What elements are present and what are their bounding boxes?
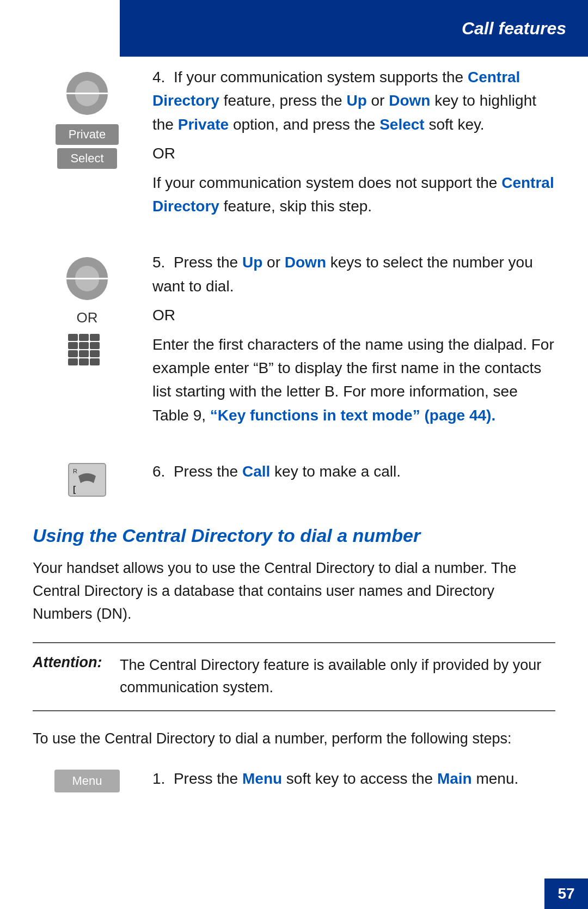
section-heading: Using the Central Directory to dial a nu…: [33, 525, 555, 546]
link-down-2: Down: [285, 254, 326, 271]
main-content: Private Select 4. If your communication …: [33, 65, 555, 876]
step-number-4: 4.: [152, 69, 165, 86]
step-4-text: 4. If your communication system supports…: [142, 65, 555, 223]
link-call: Call: [242, 463, 270, 480]
link-select: Select: [379, 116, 425, 133]
page-number: 57: [544, 879, 588, 909]
step-number-menu: 1.: [152, 770, 165, 787]
link-down-1: Down: [389, 92, 430, 109]
nav-icons: [65, 68, 109, 119]
link-menu: Menu: [242, 770, 282, 787]
step-5-icons-group: OR: [65, 253, 109, 367]
step-4-icon: Private Select: [33, 68, 142, 169]
step-number-6: 6.: [152, 463, 165, 480]
attention-box: Attention: The Central Directory feature…: [33, 642, 555, 712]
link-central-directory-2: Central Directory: [152, 174, 554, 215]
or-label-icon: OR: [77, 309, 98, 326]
link-key-functions: “Key functions in text mode” (page 44).: [210, 407, 495, 424]
link-central-directory-1: Central Directory: [152, 69, 520, 109]
header-bar: Call features: [120, 0, 588, 57]
or-text-2: OR: [152, 303, 555, 327]
down-nav-key-icon: [65, 94, 109, 119]
up-nav-key-icon-2: [65, 253, 109, 278]
step-5-text: 5. Press the Up or Down keys to select t…: [142, 251, 555, 432]
dialpad-icon: [68, 334, 106, 367]
page-title: Call features: [462, 19, 566, 39]
attention-label: Attention:: [33, 654, 120, 671]
step-number-5: 5.: [152, 254, 165, 271]
step-6-icon: R [: [33, 462, 142, 498]
menu-step-row: Menu 1. Press the Menu soft key to acces…: [33, 767, 555, 796]
link-main: Main: [437, 770, 472, 787]
svg-text:[: [: [73, 485, 76, 494]
private-key-label: Private: [56, 124, 119, 145]
menu-step-icon: Menu: [33, 770, 142, 792]
step-4-row: Private Select 4. If your communication …: [33, 65, 555, 223]
step-6-row: R [ 6. Press the Call key to make a call…: [33, 460, 555, 498]
menu-key-label: Menu: [54, 770, 120, 792]
link-up-2: Up: [242, 254, 262, 271]
section-intro: Your handset allows you to use the Centr…: [33, 557, 555, 626]
select-key-label: Select: [57, 148, 117, 169]
up-nav-key-icon: [65, 68, 109, 93]
link-private: Private: [178, 116, 229, 133]
svg-text:R: R: [73, 468, 77, 474]
step-6-text: 6. Press the Call key to make a call.: [142, 460, 555, 489]
menu-step-text: 1. Press the Menu soft key to access the…: [142, 767, 555, 796]
or-text-1: OR: [152, 142, 555, 165]
attention-text: The Central Directory feature is availab…: [120, 654, 555, 700]
step-5-row: OR 5. Press the Up or Down keys to selec…: [33, 251, 555, 432]
down-nav-key-icon-2: [65, 279, 109, 304]
call-key-icon: R [: [68, 462, 107, 498]
link-up-1: Up: [346, 92, 366, 109]
follow-steps-text: To use the Central Directory to dial a n…: [33, 728, 555, 751]
step-5-icon: OR: [33, 253, 142, 367]
